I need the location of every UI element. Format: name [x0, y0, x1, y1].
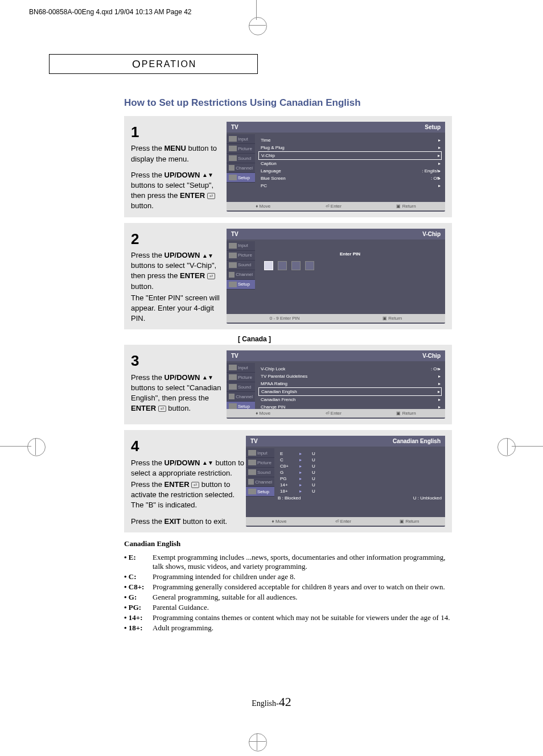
menu4-side-picture: Picture: [246, 458, 274, 468]
step-4: 4 Press the UP/DOWN ▲▼ button to select …: [124, 430, 452, 532]
step-3-para1: Press the UP/DOWN ▲▼ buttons to select "…: [131, 373, 227, 414]
menu1-side-picture: Picture: [227, 144, 255, 154]
menu2-pin-boxes: [264, 261, 442, 270]
step-3-num: 3: [131, 350, 227, 371]
screen3-caption: [ Canada ]: [238, 335, 452, 343]
menu4-footer-return: ▣ Return: [400, 519, 419, 524]
menu1-side-sound: Sound: [227, 154, 255, 163]
menu2-side-picture: Picture: [227, 251, 255, 261]
menu3-side-sound: Sound: [227, 382, 255, 392]
menu4-side-setup: Setup: [246, 487, 274, 497]
definitions: Canadian English • E:Exempt programming …: [124, 539, 452, 633]
step-3: 3 Press the UP/DOWN ▲▼ buttons to select…: [124, 345, 452, 424]
page-footer-prefix: English-: [252, 699, 278, 708]
menu1-item-plug: Plug & Plug▸: [258, 144, 442, 151]
menu1-side-input: Input: [227, 134, 255, 144]
menu-screenshot-3: TV V-Chip Input Picture Sound Channel Se…: [227, 350, 445, 419]
menu3-item-mpaa: MPAA Rating▸: [258, 380, 442, 387]
menu3-footer-enter: ⏎ Enter: [326, 411, 342, 416]
menu4-title-right: Canadian English: [393, 438, 441, 444]
section-header-text: PERATION: [142, 59, 197, 69]
menu4-side-input: Input: [246, 448, 274, 458]
menu2-side-sound: Sound: [227, 261, 255, 270]
menu1-item-time: Time▸: [258, 137, 442, 144]
menu2-side-input: Input: [227, 241, 255, 251]
menu1-title-left: TV: [231, 124, 238, 130]
menu3-side-picture: Picture: [227, 373, 255, 382]
menu2-title-right: V-Chip: [422, 231, 441, 237]
step-2-para2: The "Enter PIN" screen will appear. Ente…: [131, 293, 227, 324]
crop-mark-bottom: [249, 733, 266, 750]
menu4-legend-u: U : Unblocked: [413, 495, 442, 501]
def-c8: • C8+:Programming generally considered a…: [124, 583, 452, 592]
menu1-item-bluescreen: Blue Screen: Off▸: [258, 175, 442, 182]
menu2-footer-return: ▣ Return: [382, 316, 402, 321]
def-pg: • PG:Parental Guidance.: [124, 603, 452, 612]
menu1-item-pc: PC▸: [258, 182, 442, 189]
pin-box-1: [264, 261, 273, 270]
step-2-num: 2: [131, 229, 227, 249]
menu1-footer-move: ♦ Move: [256, 204, 270, 209]
menu3-item-lock: V-Chip Lock: On▸: [258, 365, 442, 373]
def-18: • 18+:Adult programming.: [124, 623, 452, 633]
crop-mark-right: [500, 438, 543, 455]
menu4-legend-b: B : Blocked: [278, 495, 301, 501]
menu3-side-input: Input: [227, 363, 255, 373]
menu4-rating-18: 18+▸U: [278, 488, 442, 494]
menu4-rating-c: C▸U: [278, 457, 442, 463]
def-e: • E:Exempt programming includes ...news,…: [124, 553, 452, 571]
menu4-side-channel: Channel: [246, 477, 274, 487]
menu2-enter-pin-label: Enter PIN: [258, 251, 442, 257]
step-1: 1 Press the MENU button to display the m…: [124, 116, 452, 217]
crop-mark-left: [0, 438, 43, 455]
menu3-footer-return: ▣ Return: [396, 411, 416, 416]
menu-screenshot-4: TV Canadian English Input Picture Sound …: [246, 436, 445, 527]
step-4-num: 4: [131, 436, 246, 456]
menu4-rating-e: E▸U: [278, 451, 442, 457]
menu1-footer-return: ▣ Return: [396, 204, 416, 209]
menu3-title-left: TV: [231, 353, 238, 359]
pin-box-3: [291, 261, 301, 270]
step-4-para3: Press the EXIT button to exit.: [131, 517, 246, 527]
menu4-title-left: TV: [250, 438, 258, 444]
section-header: OPERATION: [49, 54, 258, 74]
print-header: BN68-00858A-00Eng 4.qxd 1/9/04 10:13 AM …: [29, 8, 192, 16]
step-1-para1: Press the MENU button to display the men…: [131, 143, 227, 164]
menu4-rating-pg: PG▸U: [278, 476, 442, 482]
menu1-item-caption: Caption▸: [258, 160, 442, 167]
menu1-side-setup: Setup: [227, 173, 255, 183]
step-1-num: 1: [131, 122, 227, 142]
page-footer: English-42: [0, 695, 543, 709]
menu-screenshot-2: TV V-Chip Input Picture Sound Channel Se…: [227, 229, 445, 324]
menu3-item-can-en: Canadian English▸: [258, 387, 442, 396]
menu3-item-parental: TV Parental Guidelines▸: [258, 373, 442, 380]
menu1-side-channel: Channel: [227, 163, 255, 173]
menu-screenshot-1: TV Setup Input Picture Sound Channel Set…: [227, 122, 445, 212]
crop-mark-top: [249, 0, 266, 31]
menu2-footer-pin: 0 - 9 Enter PIN: [270, 316, 300, 321]
def-14: • 14+:Programming contains themes or con…: [124, 613, 452, 622]
definitions-title: Canadian English: [124, 539, 452, 548]
menu2-title-left: TV: [231, 231, 238, 237]
page-footer-num: 42: [279, 695, 291, 709]
page-title: How to Set up Restrictions Using Canadia…: [124, 97, 452, 109]
def-g: • G:General programming, suitable for al…: [124, 593, 452, 602]
step-2-para1: Press the UP/DOWN ▲▼ buttons to select "…: [131, 250, 227, 292]
step-4-para1: Press the UP/DOWN ▲▼ button to select a …: [131, 458, 246, 478]
section-header-cap: O: [132, 58, 142, 71]
step-4-para2: Press the ENTER ⏎ button to activate the…: [131, 480, 246, 511]
pin-box-4: [305, 261, 314, 270]
menu4-footer-move: ♦ Move: [272, 519, 287, 524]
pin-box-2: [278, 261, 287, 270]
menu2-side-setup: Setup: [227, 280, 255, 290]
menu3-item-can-fr: Canadian French▸: [258, 396, 442, 403]
menu4-side-sound: Sound: [246, 468, 274, 477]
menu3-footer-move: ♦ Move: [256, 411, 270, 416]
menu1-item-language: Language: English▸: [258, 167, 442, 175]
menu4-footer-enter: ⏎ Enter: [335, 519, 351, 524]
def-c: • C:Programming intended for children un…: [124, 572, 452, 581]
menu3-title-right: V-Chip: [422, 353, 441, 359]
menu1-footer-enter: ⏎ Enter: [326, 204, 342, 209]
menu4-rating-14: 14+▸U: [278, 482, 442, 488]
step-1-para2: Press the UP/DOWN ▲▼ buttons to select "…: [131, 170, 227, 212]
